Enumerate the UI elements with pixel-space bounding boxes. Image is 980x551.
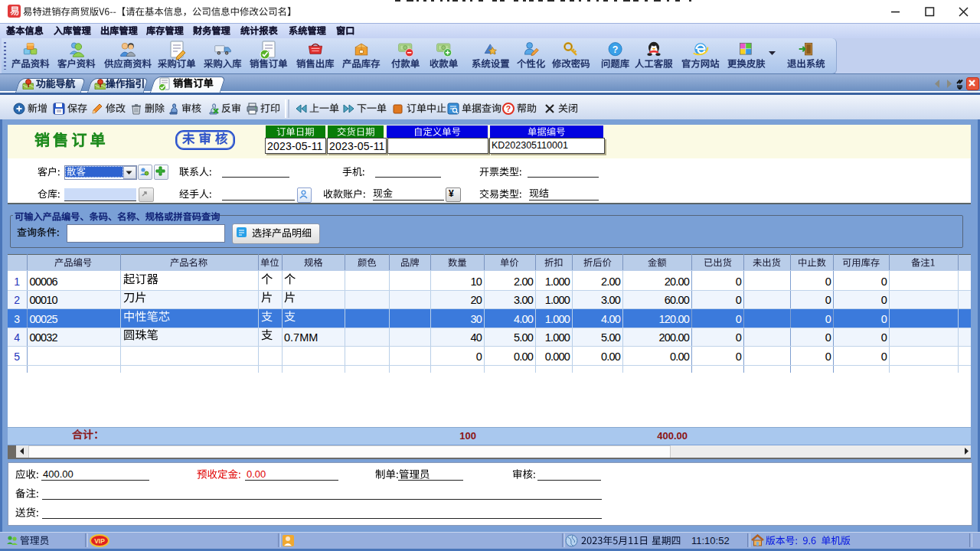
svg-text:?: ? (506, 104, 511, 113)
svg-text:VIP: VIP (94, 537, 105, 545)
svg-text:?: ? (612, 44, 618, 55)
